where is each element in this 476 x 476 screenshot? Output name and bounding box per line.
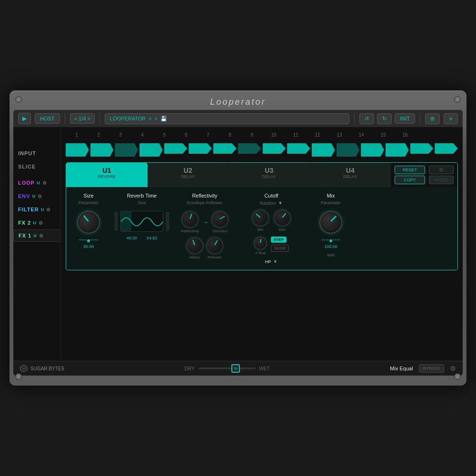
- reverb-left-slider[interactable]: [115, 212, 118, 231]
- slice-tab-u4[interactable]: U4 DELAY: [310, 163, 391, 187]
- copy-button[interactable]: COPY: [395, 176, 425, 184]
- mix-knob-wrapper: [319, 211, 342, 234]
- reverb-envelope-display[interactable]: [120, 211, 163, 232]
- cutoff-max-group: Max: [274, 209, 291, 232]
- sidebar-item-fx2[interactable]: FX 2 U ⚙: [13, 216, 60, 229]
- divider-4: [420, 113, 420, 124]
- settings-button[interactable]: ⚙: [450, 365, 456, 372]
- glide-button[interactable]: GLIDE: [271, 245, 289, 252]
- slice-tab-u2[interactable]: U2 DELAY: [148, 163, 229, 187]
- mix-dots: [322, 239, 340, 242]
- cutoff-min-knob[interactable]: [252, 209, 269, 227]
- paste-button[interactable]: PASTE: [429, 176, 454, 184]
- step-num-9: 9: [241, 132, 263, 138]
- tempo-display[interactable]: < 1/4 >: [70, 113, 95, 124]
- screw-bl: [15, 373, 22, 380]
- rnd-indicator: [260, 239, 261, 243]
- host-button[interactable]: HOST: [35, 113, 60, 124]
- step-12[interactable]: [337, 143, 360, 157]
- dry-wet-thumb[interactable]: 76: [231, 364, 240, 373]
- direction-knob-group: Direction: [211, 211, 228, 233]
- fx2-gear-icon[interactable]: ⚙: [39, 220, 43, 226]
- step-14[interactable]: [386, 143, 409, 157]
- cutoff-knobs-row: Min Max: [252, 209, 291, 232]
- bypass-button[interactable]: BYPASS: [419, 364, 444, 373]
- step-6[interactable]: [188, 143, 212, 154]
- sidebar-item-filter[interactable]: FILTER U ⚙: [13, 203, 60, 216]
- step-16[interactable]: [435, 143, 458, 154]
- nav-prev[interactable]: <: [149, 116, 151, 121]
- filter-gear-icon[interactable]: ⚙: [46, 207, 51, 212]
- reset-button[interactable]: RESET: [395, 166, 425, 174]
- reflect-label: Reflectivity: [181, 229, 199, 233]
- screw-tl: [15, 96, 22, 103]
- env-gear-icon[interactable]: ⚙: [38, 194, 42, 199]
- init-button[interactable]: INIT: [395, 113, 415, 124]
- expand-button[interactable]: ∨: [444, 113, 458, 124]
- slice-tab-u1[interactable]: U1 REVERB: [66, 163, 148, 187]
- step-4[interactable]: [139, 143, 163, 157]
- save-icon[interactable]: 💾: [160, 116, 167, 122]
- play-button[interactable]: ▶: [18, 113, 31, 124]
- loop-u-icon[interactable]: U: [37, 180, 40, 185]
- sidebar-item-slice: SLICE: [13, 160, 60, 173]
- sidebar-item-loop[interactable]: LOOP U ⚙: [13, 176, 60, 189]
- step-10[interactable]: [287, 143, 310, 154]
- attack-knob[interactable]: [186, 237, 203, 254]
- step-5[interactable]: [164, 143, 188, 154]
- cutoff-dropdown-arrow[interactable]: ▼: [278, 200, 283, 206]
- steps-container: [66, 143, 458, 157]
- dice-button[interactable]: ⚄: [429, 166, 454, 174]
- cutoff-max-indicator: [282, 213, 286, 218]
- redo-button[interactable]: ↻: [377, 113, 392, 124]
- step-3[interactable]: [115, 143, 138, 157]
- cutoff-type-label: Random: [260, 201, 276, 206]
- step-8[interactable]: [238, 143, 261, 154]
- sidebar-item-fx1[interactable]: FX 1 U ⚙: [13, 229, 60, 242]
- step-11[interactable]: [312, 143, 335, 157]
- reflectivity-title: Reflectivity: [192, 193, 217, 198]
- undo-button[interactable]: ↺: [359, 113, 374, 124]
- nav-next[interactable]: >: [155, 116, 158, 121]
- step-7[interactable]: [213, 143, 237, 154]
- cutoff-max-knob[interactable]: [274, 209, 291, 227]
- env-u-icon[interactable]: U: [32, 194, 36, 198]
- mix-equal-label: Mix Equal: [390, 366, 413, 371]
- step-9[interactable]: [263, 143, 286, 154]
- reflect-knob-group: Reflectivity: [181, 211, 199, 233]
- host-label: HOST: [40, 116, 55, 121]
- slice-u2-label: U2: [149, 167, 227, 174]
- fx1-u-icon[interactable]: U: [33, 233, 37, 238]
- sequencer-area: 1 2 3 4 5 6 7 8 9 10 11 12 13 14 15 16: [61, 128, 463, 361]
- slice-tab-u3[interactable]: U3 DELAY: [228, 163, 310, 187]
- sidebar-item-env[interactable]: ENV U ⚙: [13, 189, 60, 203]
- direction-knob[interactable]: [211, 211, 228, 228]
- step-1[interactable]: [66, 143, 89, 157]
- fx1-label: FX 1: [19, 233, 31, 238]
- grid-button[interactable]: ⊞: [425, 113, 440, 124]
- release-knob[interactable]: [206, 237, 223, 254]
- rnd-knob[interactable]: [254, 237, 267, 250]
- input-row: [66, 139, 458, 157]
- fx2-label: FX 2: [18, 220, 31, 226]
- size-title: Size: [83, 193, 93, 198]
- fx1-gear-icon[interactable]: ⚙: [39, 233, 44, 238]
- size-knob[interactable]: [77, 211, 100, 234]
- reverb-right-slider[interactable]: [166, 212, 169, 231]
- step-2[interactable]: [90, 143, 114, 157]
- mix-knob[interactable]: [319, 211, 342, 234]
- release-knob-group: Release: [206, 237, 223, 259]
- fx2-u-icon[interactable]: U: [33, 220, 37, 225]
- step-numbers: 1 2 3 4 5 6 7 8 9 10 11 12 13 14 15 16: [66, 132, 458, 138]
- step-15[interactable]: [410, 143, 434, 154]
- filter-u-icon[interactable]: U: [41, 207, 45, 212]
- main-panel: ▶ HOST < 1/4 > LOOPERATOR < > 💾 ↺ ↻ INIT…: [13, 110, 463, 376]
- loop-gear-icon[interactable]: ⚙: [42, 180, 47, 186]
- hp-dropdown-arrow[interactable]: ▼: [273, 259, 278, 264]
- dry-wet-slider[interactable]: 76: [198, 367, 256, 369]
- step-button[interactable]: STEP: [271, 237, 287, 243]
- reflectivity-knob[interactable]: [181, 211, 198, 228]
- preset-display[interactable]: LOOPERATOR < > 💾: [105, 113, 349, 124]
- reflectivity-controls: Reflectivity → Direction: [181, 211, 229, 259]
- step-13[interactable]: [361, 143, 384, 157]
